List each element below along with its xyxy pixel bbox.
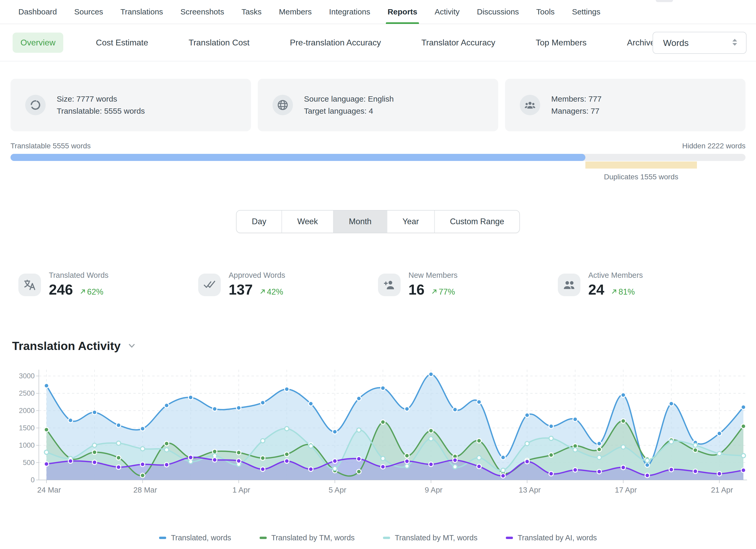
unit-select[interactable]: Words bbox=[653, 32, 747, 54]
svg-text:3000: 3000 bbox=[19, 372, 35, 380]
date-range-toggle: DayWeekMonthYearCustom Range bbox=[236, 210, 520, 233]
summary-card-0: Size: 7777 wordsTranslatable: 5555 words bbox=[11, 79, 251, 131]
nav-item-members[interactable]: Members bbox=[279, 0, 312, 24]
translatable-bar bbox=[11, 154, 585, 161]
nav-item-reports[interactable]: Reports bbox=[387, 0, 417, 24]
sort-arrows-icon bbox=[731, 38, 738, 48]
svg-text:28 Mar: 28 Mar bbox=[133, 486, 157, 494]
range-option-week[interactable]: Week bbox=[281, 211, 333, 233]
card-text: Source language: EnglishTarget languages… bbox=[304, 93, 394, 117]
translatable-label: Translatable 5555 words bbox=[11, 142, 91, 150]
range-option-month[interactable]: Month bbox=[333, 211, 387, 233]
nav-item-screenshots[interactable]: Screenshots bbox=[180, 0, 224, 24]
range-option-day[interactable]: Day bbox=[237, 211, 281, 233]
cutoff-corner-element bbox=[656, 0, 673, 2]
top-navigation: DashboardSourcesTranslationsScreenshotsT… bbox=[0, 0, 756, 24]
legend-label: Translated by TM, words bbox=[271, 534, 355, 542]
svg-text:9 Apr: 9 Apr bbox=[425, 486, 443, 494]
chevron-down-icon[interactable] bbox=[127, 341, 136, 351]
range-option-custom-range[interactable]: Custom Range bbox=[434, 211, 519, 233]
trend-up-icon bbox=[80, 287, 86, 297]
legend-item-0[interactable]: Translated, words bbox=[159, 534, 231, 542]
legend-swatch bbox=[260, 537, 267, 539]
card-text: Members: 777Managers: 77 bbox=[551, 93, 602, 117]
svg-text:21 Apr: 21 Apr bbox=[711, 486, 733, 494]
trend-up-icon bbox=[611, 287, 617, 297]
progress-ring-icon bbox=[25, 95, 46, 115]
legend-label: Translated by MT, words bbox=[395, 534, 477, 542]
kpi-new-members: New Members1677% bbox=[378, 271, 558, 298]
svg-text:1500: 1500 bbox=[19, 424, 35, 432]
card-line: Managers: 77 bbox=[551, 105, 602, 117]
people-icon bbox=[558, 274, 580, 296]
kpi-delta: 42% bbox=[260, 287, 283, 297]
nav-item-tasks[interactable]: Tasks bbox=[241, 0, 262, 24]
nav-item-sources[interactable]: Sources bbox=[74, 0, 103, 24]
legend-item-2[interactable]: Translated by MT, words bbox=[383, 534, 477, 542]
kpi-delta: 77% bbox=[431, 287, 455, 297]
report-tabs-row: OverviewCost EstimateTranslation CostPre… bbox=[0, 24, 756, 61]
legend-item-1[interactable]: Translated by TM, words bbox=[260, 534, 355, 542]
double-check-icon bbox=[198, 274, 221, 296]
kpi-label: Approved Words bbox=[229, 271, 285, 280]
svg-text:500: 500 bbox=[23, 459, 35, 467]
svg-text:1000: 1000 bbox=[19, 441, 35, 449]
globe-icon bbox=[272, 95, 293, 115]
translate-icon bbox=[18, 274, 41, 296]
translation-activity-chart: 05001000150020002500300024 Mar28 Mar1 Ap… bbox=[0, 362, 756, 505]
card-line: Size: 7777 words bbox=[57, 93, 145, 105]
tab-top-members[interactable]: Top Members bbox=[528, 33, 595, 53]
svg-text:24 Mar: 24 Mar bbox=[37, 486, 61, 494]
kpi-text: Translated Words24662% bbox=[49, 271, 108, 298]
tab-cost-estimate[interactable]: Cost Estimate bbox=[88, 33, 156, 53]
range-option-year[interactable]: Year bbox=[387, 211, 434, 233]
tab-translator-accuracy[interactable]: Translator Accuracy bbox=[413, 33, 503, 53]
kpi-text: Approved Words13742% bbox=[229, 271, 285, 298]
kpi-approved-words: Approved Words13742% bbox=[198, 271, 378, 298]
duplicates-bar bbox=[585, 161, 697, 169]
person-add-icon bbox=[378, 274, 401, 296]
legend-item-3[interactable]: Translated by AI, words bbox=[506, 534, 597, 542]
card-text: Size: 7777 wordsTranslatable: 5555 words bbox=[57, 93, 145, 117]
svg-text:2000: 2000 bbox=[19, 407, 35, 415]
nav-item-tools[interactable]: Tools bbox=[536, 0, 555, 24]
card-line: Members: 777 bbox=[551, 93, 602, 105]
card-line: Translatable: 5555 words bbox=[57, 105, 145, 117]
summary-cards: Size: 7777 wordsTranslatable: 5555 words… bbox=[11, 79, 745, 131]
svg-text:1 Apr: 1 Apr bbox=[233, 486, 250, 494]
unit-select-value: Words bbox=[663, 38, 689, 48]
legend-swatch bbox=[506, 537, 513, 539]
kpi-value: 2481% bbox=[588, 281, 643, 298]
summary-card-2: Members: 777Managers: 77 bbox=[505, 79, 745, 131]
trend-up-icon bbox=[260, 287, 266, 297]
summary-card-1: Source language: EnglishTarget languages… bbox=[258, 79, 498, 131]
legend-label: Translated, words bbox=[171, 534, 231, 542]
nav-item-translations[interactable]: Translations bbox=[120, 0, 163, 24]
svg-text:13 Apr: 13 Apr bbox=[519, 486, 541, 494]
members-group-icon bbox=[520, 95, 540, 115]
legend-label: Translated by AI, words bbox=[518, 534, 597, 542]
kpi-value: 1677% bbox=[408, 281, 458, 298]
legend-swatch bbox=[159, 537, 166, 539]
kpi-delta: 62% bbox=[80, 287, 103, 297]
tab-overview[interactable]: Overview bbox=[13, 33, 63, 53]
words-breakdown: Translatable 5555 words Hidden 2222 word… bbox=[11, 142, 745, 161]
kpi-text: Active Members2481% bbox=[588, 271, 643, 298]
kpi-value: 24662% bbox=[49, 281, 108, 298]
words-progress-track: Duplicates 1555 words bbox=[11, 154, 745, 161]
kpi-delta: 81% bbox=[611, 287, 635, 297]
kpi-label: Translated Words bbox=[49, 271, 108, 280]
nav-item-dashboard[interactable]: Dashboard bbox=[18, 0, 57, 24]
kpi-value: 13742% bbox=[229, 281, 285, 298]
svg-text:17 Apr: 17 Apr bbox=[615, 486, 637, 494]
card-line: Target languages: 4 bbox=[304, 105, 394, 117]
tab-translation-cost[interactable]: Translation Cost bbox=[181, 33, 258, 53]
tab-pre-translation-accuracy[interactable]: Pre-translation Accuracy bbox=[282, 33, 389, 53]
kpi-active-members: Active Members2481% bbox=[558, 271, 738, 298]
kpi-label: New Members bbox=[408, 271, 458, 280]
nav-item-settings[interactable]: Settings bbox=[572, 0, 600, 24]
hidden-label: Hidden 2222 words bbox=[682, 142, 745, 150]
nav-item-discussions[interactable]: Discussions bbox=[477, 0, 519, 24]
nav-item-activity[interactable]: Activity bbox=[435, 0, 460, 24]
nav-item-integrations[interactable]: Integrations bbox=[329, 0, 370, 24]
